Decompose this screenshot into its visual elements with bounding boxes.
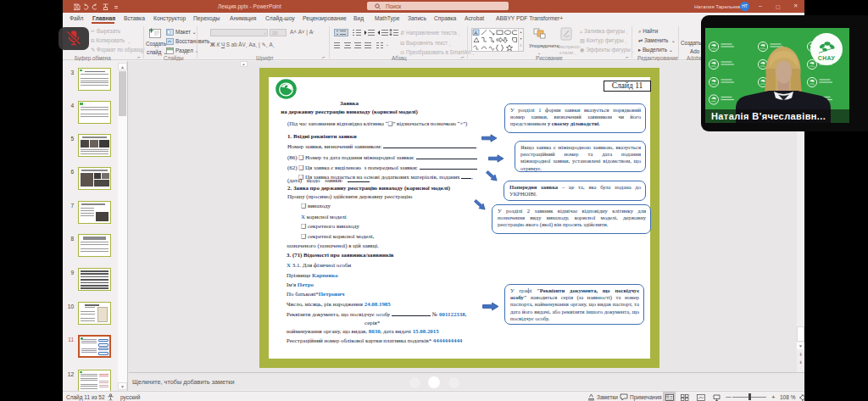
svg-text:A: A [474, 31, 477, 36]
svg-text:СНАУ: СНАУ [818, 55, 836, 61]
